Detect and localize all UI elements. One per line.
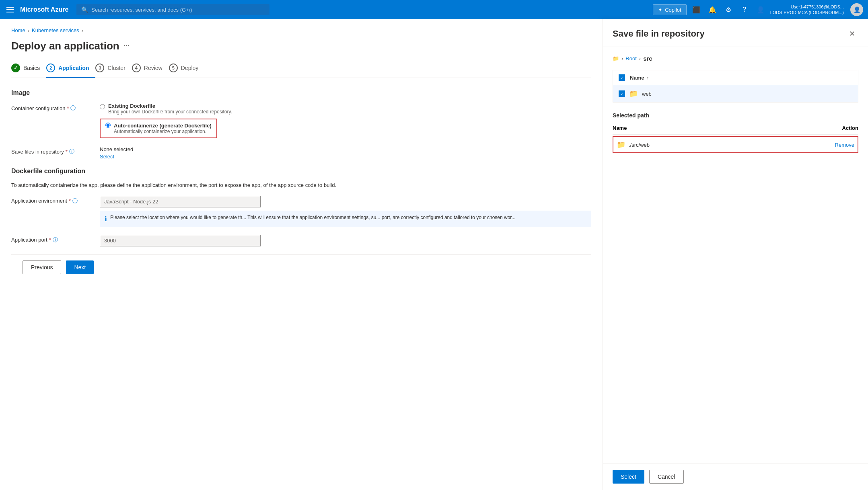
step-deploy[interactable]: 5 Deploy <box>169 60 205 78</box>
column-name-header: Name ↑ <box>630 75 649 81</box>
step-basics-circle: ✓ <box>11 64 20 72</box>
web-folder-icon: 📁 <box>629 89 638 98</box>
remove-link[interactable]: Remove <box>835 142 854 148</box>
user-name: User1-47751306@LODS... <box>791 4 844 10</box>
breadcrumb: Home › Kubernetes services › <box>11 27 591 33</box>
terminal-icon[interactable]: ⬛ <box>690 3 703 16</box>
file-list: ✓ Name ↑ ✓ 📁 web <box>613 70 858 103</box>
panel-breadcrumb: 📁 › Root › src <box>613 55 858 62</box>
app-port-input[interactable] <box>100 235 261 246</box>
topnav-actions: ✦ Copilot ⬛ 🔔 ⚙ ? 👤 User1-47751306@LODS.… <box>653 3 863 16</box>
search-bar[interactable]: 🔍 <box>76 4 269 15</box>
file-list-row-web[interactable]: ✓ 📁 web <box>613 85 858 102</box>
selected-path-table-header: Name Action <box>613 123 858 135</box>
step-basics-label: Basics <box>23 65 40 71</box>
step-application-circle: 2 <box>46 64 55 72</box>
container-config-row: Container configuration * ⓘ Existing Doc… <box>11 103 591 138</box>
right-panel: Save file in repository ✕ 📁 › Root › src… <box>603 19 868 490</box>
panel-close-button[interactable]: ✕ <box>845 27 858 40</box>
existing-dockerfile-radio[interactable] <box>100 104 105 109</box>
feedback-icon[interactable]: 👤 <box>754 3 767 16</box>
auto-containerize-option-highlighted[interactable]: Auto-containerize (generate Dockerfile) … <box>100 119 217 138</box>
save-files-label: Save files in repository * ⓘ <box>11 146 92 155</box>
column-name-text: Name <box>630 75 644 81</box>
app-env-info-text: Please select the location where you wou… <box>110 215 516 220</box>
copilot-label: Copilot <box>665 7 681 13</box>
step-review-circle: 4 <box>132 64 141 72</box>
top-navigation: Microsoft Azure 🔍 ✦ Copilot ⬛ 🔔 ⚙ ? 👤 Us… <box>0 0 868 19</box>
search-input[interactable] <box>91 7 265 13</box>
selected-path-section: Selected path Name Action 📁 ./src/web Re… <box>613 112 858 153</box>
step-application[interactable]: 2 Application <box>46 60 95 78</box>
panel-breadcrumb-current: src <box>643 55 652 62</box>
notifications-icon[interactable]: 🔔 <box>706 3 719 16</box>
panel-header: Save file in repository ✕ <box>603 19 868 47</box>
breadcrumb-home[interactable]: Home <box>11 27 25 33</box>
web-checkbox[interactable]: ✓ <box>619 90 625 97</box>
user-info: User1-47751306@LODS... LODS-PROD-MCA (LO… <box>770 4 844 16</box>
panel-breadcrumb-root[interactable]: Root <box>625 55 636 62</box>
next-button[interactable]: Next <box>66 260 94 274</box>
wizard-steps: ✓ Basics 2 Application 3 Cluster 4 Revie… <box>11 60 591 78</box>
user-avatar[interactable]: 👤 <box>850 3 863 16</box>
selected-path-row: 📁 ./src/web Remove <box>613 136 858 153</box>
app-port-label: Application port * ⓘ <box>11 235 92 244</box>
existing-dockerfile-desc: Bring your own Dockerfile from your conn… <box>108 109 232 115</box>
existing-dockerfile-title: Existing Dockerfile <box>108 103 232 109</box>
app-env-field: ℹ Please select the location where you w… <box>100 196 591 227</box>
hamburger-menu[interactable] <box>5 5 15 14</box>
sort-icon[interactable]: ↑ <box>646 75 649 80</box>
breadcrumb-sep1: › <box>28 27 29 33</box>
left-content: Home › Kubernetes services › Deploy an a… <box>0 19 603 490</box>
app-env-input[interactable] <box>100 196 261 207</box>
search-icon: 🔍 <box>81 6 88 13</box>
previous-button[interactable]: Previous <box>23 260 61 274</box>
panel-cancel-button[interactable]: Cancel <box>649 470 684 484</box>
step-review[interactable]: 4 Review <box>132 60 169 78</box>
auto-containerize-title: Auto-containerize (generate Dockerfile) <box>114 123 212 129</box>
panel-breadcrumb-sep1: › <box>621 55 623 62</box>
step-cluster[interactable]: 3 Cluster <box>95 60 132 78</box>
panel-select-button[interactable]: Select <box>613 470 644 484</box>
panel-breadcrumb-sep2: › <box>639 55 641 62</box>
path-folder-icon: 📁 <box>617 140 625 149</box>
existing-dockerfile-labels: Existing Dockerfile Bring your own Docke… <box>108 103 232 115</box>
app-port-field <box>100 235 591 246</box>
bottom-bar: Previous Next <box>11 254 591 280</box>
web-folder-name: web <box>642 91 652 97</box>
app-env-info-icon[interactable]: ⓘ <box>72 197 78 205</box>
breadcrumb-service[interactable]: Kubernetes services <box>32 27 79 33</box>
app-env-label: Application environment * ⓘ <box>11 196 92 205</box>
auto-containerize-radio[interactable] <box>105 123 111 128</box>
dockerfile-desc: To automatically containerize the app, p… <box>11 181 591 189</box>
container-config-label: Container configuration * ⓘ <box>11 103 92 112</box>
step-deploy-circle: 5 <box>169 64 178 72</box>
panel-title: Save file in repository <box>613 29 705 39</box>
auto-containerize-desc: Automatically containerize your applicat… <box>114 129 212 134</box>
save-files-info-icon[interactable]: ⓘ <box>69 148 74 155</box>
select-all-checkbox[interactable]: ✓ <box>619 74 625 81</box>
container-config-info-icon[interactable]: ⓘ <box>70 105 76 112</box>
copilot-icon: ✦ <box>658 7 662 13</box>
existing-dockerfile-option[interactable]: Existing Dockerfile Bring your own Docke… <box>100 103 591 115</box>
step-cluster-label: Cluster <box>107 65 125 71</box>
page-title-text: Deploy an application <box>11 40 119 52</box>
step-basics[interactable]: ✓ Basics <box>11 60 46 78</box>
selected-path-title: Selected path <box>613 112 858 119</box>
path-value: ./src/web <box>629 142 835 148</box>
info-box-icon: ℹ <box>105 215 107 223</box>
step-application-label: Application <box>58 65 89 71</box>
page-title-menu-icon[interactable]: ··· <box>123 42 130 50</box>
help-icon[interactable]: ? <box>738 3 751 16</box>
panel-breadcrumb-folder-icon[interactable]: 📁 <box>613 55 619 62</box>
selected-path-action-col: Action <box>842 125 858 131</box>
settings-icon[interactable]: ⚙ <box>722 3 735 16</box>
file-list-header: ✓ Name ↑ <box>613 70 858 85</box>
app-env-required: * <box>69 198 71 204</box>
copilot-button[interactable]: ✦ Copilot <box>653 4 686 15</box>
app-port-info-icon[interactable]: ⓘ <box>53 236 58 244</box>
select-link[interactable]: Select <box>100 154 114 160</box>
app-port-required: * <box>49 237 51 243</box>
app-port-row: Application port * ⓘ <box>11 235 591 246</box>
main-layout: Home › Kubernetes services › Deploy an a… <box>0 19 868 490</box>
